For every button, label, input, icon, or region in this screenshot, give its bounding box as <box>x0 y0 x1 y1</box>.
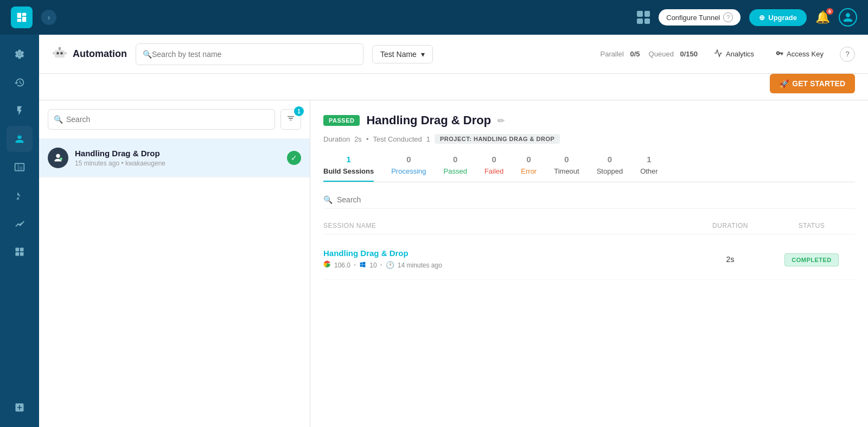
get-started-button[interactable]: 🚀 GET STARTED <box>770 74 855 93</box>
upgrade-button[interactable]: ⊕ Upgrade <box>749 9 807 26</box>
configure-tunnel-label: Configure Tunnel <box>666 14 720 22</box>
svg-rect-4 <box>20 248 24 252</box>
tab-count-timeout: 0 <box>564 155 569 164</box>
sidebar-item-automation[interactable] <box>7 126 33 152</box>
parallel-label: Parallel <box>601 50 624 58</box>
sidebar-toggle[interactable]: › <box>41 10 56 25</box>
test-conducted-label: Test Conducted <box>373 135 422 143</box>
windows-icon <box>359 261 366 270</box>
left-search-bar[interactable]: 🔍 <box>48 109 275 130</box>
grid-view-icon[interactable] <box>637 11 650 24</box>
passed-badge: PASSED <box>323 115 360 126</box>
svg-rect-10 <box>59 47 61 50</box>
edit-icon[interactable]: ✏ <box>497 116 505 126</box>
left-panel: 🔍 1 <box>39 100 310 427</box>
search-icon: 🔍 <box>143 50 152 59</box>
col-header-status: Status <box>768 222 855 230</box>
test-name-dropdown[interactable]: Test Name ▾ <box>372 45 433 63</box>
sidebar-item-history[interactable] <box>7 69 33 95</box>
filter-button[interactable]: 1 <box>280 109 301 130</box>
tab-label-other: Other <box>640 167 658 175</box>
notification-bell[interactable]: 🔔 6 <box>815 10 830 24</box>
svg-rect-11 <box>53 52 55 54</box>
session-row-name-col: Handling Drag & Drop 106.0 • 10 • <box>323 248 692 270</box>
test-list: Handling Drag & Drop 15 minutes ago • kw… <box>39 139 310 427</box>
tab-label-failed: Failed <box>484 167 503 175</box>
col-header-duration: Duration <box>692 222 768 230</box>
tab-count-stopped: 0 <box>608 155 612 164</box>
tab-count-passed: 0 <box>453 155 457 164</box>
left-search-input[interactable] <box>66 115 269 124</box>
parallel-info: Parallel 0/5 Queued 0/150 <box>601 50 698 58</box>
test-info: Handling Drag & Drop 15 minutes ago • kw… <box>75 149 280 167</box>
content-area: Automation 🔍 Test Name ▾ Parallel 0/5 Qu… <box>39 35 868 427</box>
tab-count-other: 1 <box>647 155 651 164</box>
tab-label-timeout: Timeout <box>554 167 579 175</box>
analytics-label: Analytics <box>726 50 754 58</box>
sidebar-item-visual[interactable] <box>7 154 33 180</box>
build-header: PASSED Handling Drag & Drop ✏ <box>323 113 855 128</box>
sidebar-item-grid[interactable] <box>7 239 33 265</box>
tab-label-build: Build Sessions <box>323 167 374 175</box>
access-key-label: Access Key <box>787 50 824 58</box>
test-avatar <box>48 148 68 168</box>
chevron-down-icon: ▾ <box>421 50 425 59</box>
access-key-button[interactable]: Access Key <box>770 46 829 62</box>
key-icon <box>776 49 783 59</box>
sidebar-item-settings[interactable] <box>7 41 33 67</box>
tab-other[interactable]: 1 Other <box>640 155 658 182</box>
logo[interactable] <box>11 7 33 28</box>
duration-value: 2s <box>354 135 362 143</box>
tab-timeout[interactable]: 0 Timeout <box>554 155 579 182</box>
configure-tunnel-button[interactable]: Configure Tunnel ? <box>659 9 741 26</box>
tab-error[interactable]: 0 Error <box>521 155 537 182</box>
tab-failed[interactable]: 0 Failed <box>484 155 503 182</box>
sidebar-item-flash[interactable] <box>7 98 33 124</box>
build-title: Handling Drag & Drop <box>366 113 491 128</box>
table-search-input[interactable] <box>337 195 432 204</box>
tab-stopped[interactable]: 0 Stopped <box>597 155 623 182</box>
get-started-row: 🚀 GET STARTED <box>39 74 868 100</box>
duration-label: Duration <box>323 135 350 143</box>
session-meta: 106.0 • 10 • 🕐 14 minutes ago <box>323 260 692 270</box>
secondary-header: Automation 🔍 Test Name ▾ Parallel 0/5 Qu… <box>39 35 868 74</box>
topbar: › Configure Tunnel ? ⊕ Upgrade 🔔 6 <box>0 0 868 35</box>
tab-passed[interactable]: 0 Passed <box>444 155 467 182</box>
svg-point-9 <box>60 52 63 54</box>
tab-count-processing: 0 <box>406 155 411 164</box>
session-name-link[interactable]: Handling Drag & Drop <box>323 248 692 258</box>
parallel-value: 0/5 <box>630 50 640 58</box>
sidebar-item-analytics[interactable] <box>7 211 33 237</box>
tab-label-stopped: Stopped <box>597 167 623 175</box>
sidebar-bottom <box>7 394 33 420</box>
tab-label-error: Error <box>521 167 537 175</box>
test-search-bar[interactable]: 🔍 <box>136 43 363 65</box>
svg-rect-7 <box>55 50 65 58</box>
tab-processing[interactable]: 0 Processing <box>391 155 426 182</box>
test-item[interactable]: Handling Drag & Drop 15 minutes ago • kw… <box>39 139 310 177</box>
analytics-button[interactable]: Analytics <box>709 46 760 62</box>
project-tag: PROJECT: HANDLING DRAG & DROP <box>435 134 560 144</box>
table-search: 🔍 <box>323 191 855 209</box>
header-right: Parallel 0/5 Queued 0/150 Analytics Acce… <box>601 46 855 62</box>
tab-build-sessions[interactable]: 1 Build Sessions <box>323 155 374 182</box>
sidebar-item-bolt[interactable] <box>7 182 33 208</box>
svg-point-0 <box>18 53 21 56</box>
automation-label-text: Automation <box>73 48 127 60</box>
test-name: Handling Drag & Drop <box>75 149 280 158</box>
tab-label-processing: Processing <box>391 167 426 175</box>
svg-rect-2 <box>18 136 21 136</box>
left-panel-header: 🔍 1 <box>39 100 310 139</box>
chrome-icon <box>323 260 331 270</box>
filter-badge: 1 <box>294 106 304 116</box>
user-avatar[interactable] <box>839 8 857 27</box>
help-button[interactable]: ? <box>840 47 855 62</box>
analytics-icon <box>714 49 723 59</box>
configure-tunnel-help[interactable]: ? <box>723 12 733 22</box>
sidebar-item-add[interactable] <box>7 394 33 420</box>
left-search-icon: 🔍 <box>54 115 63 124</box>
table-header: Session Name Duration Status <box>323 218 855 234</box>
test-search-input[interactable] <box>152 50 356 59</box>
clock-icon: 🕐 <box>386 261 394 269</box>
tab-count-build: 1 <box>346 155 350 164</box>
